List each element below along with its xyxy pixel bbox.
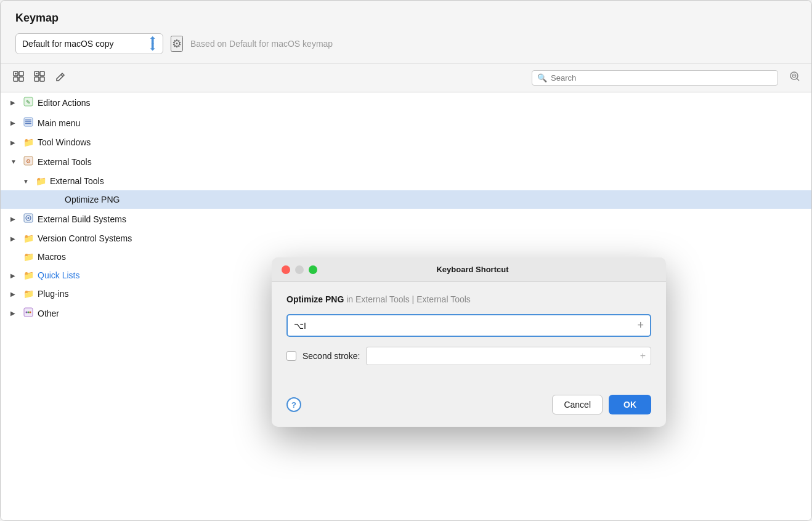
no-arrow [38, 196, 46, 203]
tree-item-label: Quick Lists [38, 270, 79, 280]
svg-rect-21 [25, 123, 31, 124]
tree-item-external-build[interactable]: ▶ External Build Systems [1, 209, 811, 229]
no-arrow-macros [10, 254, 19, 260]
expand-arrow-main-menu: ▶ [10, 119, 19, 126]
second-stroke-row: Second stroke: + [286, 347, 651, 365]
svg-rect-8 [40, 71, 44, 76]
editor-actions-icon: ✎ [23, 97, 34, 108]
svg-rect-4 [14, 77, 18, 81]
svg-point-29 [28, 312, 30, 313]
search-icon: 🔍 [537, 73, 547, 83]
folder-icon-macros: 📁 [23, 252, 34, 262]
svg-rect-9 [35, 77, 39, 81]
tree-item-label: Tool Windows [38, 137, 91, 147]
tree-item-label: Other [38, 309, 59, 318]
other-icon [23, 307, 34, 319]
svg-text:⚙: ⚙ [26, 158, 31, 164]
tree-item-label: Macros [38, 252, 66, 262]
chevron-updown-icon: ⬆⬇ [148, 37, 156, 50]
tree-item-label: Editor Actions [38, 98, 91, 108]
svg-point-30 [30, 312, 31, 313]
content-area: ▶ ✎ Editor Actions ▶ [1, 92, 811, 520]
folder-icon-version-control: 📁 [23, 233, 34, 243]
dialog-title: Keyboard Shortcut [289, 265, 656, 274]
action-name: Optimize PNG [286, 294, 344, 304]
add-shortcut-button[interactable]: + [637, 319, 644, 332]
keyboard-shortcut-dialog: Keyboard Shortcut Optimize PNG in Extern… [272, 257, 666, 427]
svg-rect-5 [19, 77, 23, 81]
shortcut-input-wrap[interactable]: ⌥I + [286, 314, 651, 337]
tree-item-version-control[interactable]: ▶ 📁 Version Control Systems [1, 229, 811, 248]
expand-arrow-version-control: ▶ [10, 235, 19, 242]
expand-arrow-other: ▶ [10, 310, 19, 317]
expand-arrow-plugins: ▶ [10, 291, 19, 297]
external-tools-icon: ⚙ [23, 156, 34, 168]
dialog-footer: ? Cancel OK [272, 392, 666, 427]
tree-item-external-tools-child[interactable]: ▼ 📁 External Tools [1, 172, 811, 190]
find-usages-button[interactable] [788, 70, 802, 86]
main-menu-icon [23, 117, 34, 129]
svg-rect-3 [19, 71, 23, 76]
expand-arrow-tool-windows: ▶ [10, 139, 19, 146]
edit-button[interactable] [52, 68, 68, 87]
tree-item-label: Plug-ins [38, 289, 69, 299]
tree-item-tool-windows[interactable]: ▶ 📁 Tool Windows [1, 133, 811, 151]
svg-point-26 [28, 217, 30, 219]
expand-arrow-editor-actions: ▶ [10, 99, 19, 106]
panel-title: Keymap [1, 1, 811, 33]
second-stroke-checkbox[interactable] [286, 351, 296, 361]
search-input[interactable] [551, 73, 773, 83]
tree-item-label: External Tools [38, 157, 92, 167]
second-stroke-label: Second stroke: [302, 351, 360, 361]
keymap-dropdown[interactable]: Default for macOS copy ⬆⬇ [15, 33, 163, 54]
dialog-subtitle: Optimize PNG in External Tools | Externa… [286, 294, 651, 304]
tree-item-label: Version Control Systems [38, 233, 132, 243]
footer-buttons: Cancel OK [552, 395, 651, 414]
keymap-selector-row: Default for macOS copy ⬆⬇ ⚙ Based on Def… [1, 33, 811, 63]
ok-button[interactable]: OK [609, 395, 651, 414]
shortcut-value: ⌥I [294, 321, 637, 331]
optimize-png-icon [50, 195, 61, 204]
expand-arrow-external-build: ▶ [10, 216, 19, 222]
expand-arrow-external-tools: ▼ [10, 158, 19, 165]
svg-point-28 [26, 312, 28, 313]
svg-line-11 [61, 75, 63, 76]
folder-icon-plugins: 📁 [23, 289, 34, 299]
help-button[interactable]: ? [286, 397, 301, 412]
collapse-all-button[interactable] [31, 68, 47, 87]
expand-arrow-external-tools-child: ▼ [23, 178, 31, 185]
tree-item-main-menu[interactable]: ▶ Main menu [1, 113, 811, 133]
action-path: in External Tools | External Tools [346, 294, 471, 304]
svg-rect-20 [25, 121, 31, 123]
folder-icon-external-tools-child: 📁 [35, 176, 46, 186]
second-stroke-input-wrap[interactable]: + [366, 347, 651, 365]
svg-rect-10 [40, 77, 44, 81]
tree-item-label: Main menu [38, 118, 80, 128]
add-second-stroke-button[interactable]: + [640, 350, 646, 361]
svg-text:✎: ✎ [26, 99, 31, 105]
expand-arrow-quick-lists: ▶ [10, 272, 19, 279]
tree-item-label: External Tools [50, 176, 104, 186]
tree-item-label: Optimize PNG [65, 195, 120, 204]
cancel-button[interactable]: Cancel [552, 395, 603, 414]
keymap-panel: Keymap Default for macOS copy ⬆⬇ ⚙ Based… [0, 0, 812, 521]
keymap-based-on: Based on Default for macOS keymap [190, 39, 333, 49]
toolbar-row: 🔍 [1, 63, 811, 92]
folder-icon-tool-windows: 📁 [23, 137, 34, 147]
svg-rect-19 [25, 119, 31, 121]
external-build-icon [23, 213, 34, 225]
gear-button[interactable]: ⚙ [171, 36, 183, 52]
expand-all-button[interactable] [10, 68, 26, 87]
tree-item-editor-actions[interactable]: ▶ ✎ Editor Actions [1, 92, 811, 113]
tree-item-label: External Build Systems [38, 214, 126, 224]
search-box[interactable]: 🔍 [532, 70, 778, 86]
keymap-dropdown-text: Default for macOS copy [22, 39, 144, 49]
tree-item-external-tools[interactable]: ▼ ⚙ External Tools [1, 151, 811, 172]
folder-icon-quick-lists: 📁 [23, 270, 34, 280]
tree-item-optimize-png[interactable]: Optimize PNG [1, 190, 811, 209]
svg-line-14 [797, 79, 800, 81]
dialog-body: Optimize PNG in External Tools | Externa… [272, 282, 666, 392]
dialog-titlebar: Keyboard Shortcut [272, 257, 666, 282]
